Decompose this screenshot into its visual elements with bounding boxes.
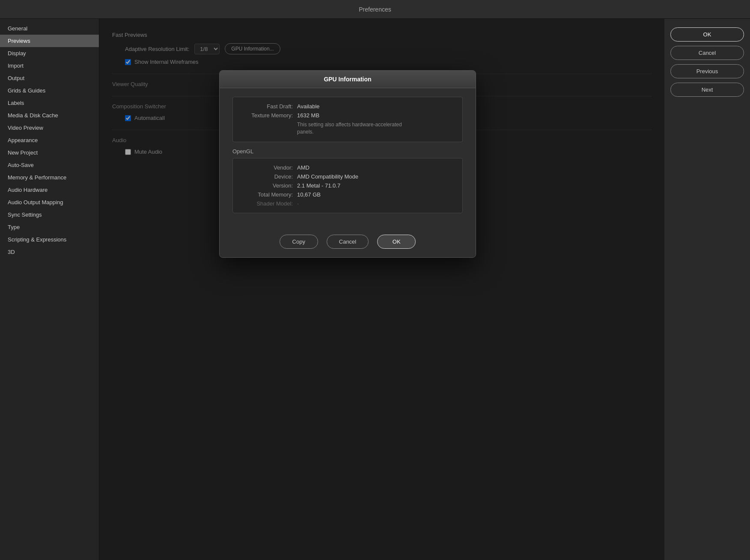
sidebar-item-labels[interactable]: Labels bbox=[0, 97, 99, 109]
cancel-button[interactable]: Cancel bbox=[327, 235, 369, 249]
right-panel: OK Cancel Previous Next bbox=[664, 19, 750, 560]
device-row: Device: AMD Compatibility Mode bbox=[241, 173, 454, 180]
vendor-value: AMD bbox=[297, 164, 310, 171]
texture-memory-row: Texture Memory: 1632 MB bbox=[241, 112, 454, 119]
sidebar-item-audio-hardware[interactable]: Audio Hardware bbox=[0, 184, 99, 196]
total-memory-value: 10,67 GB bbox=[297, 191, 321, 198]
texture-memory-number: 1632 bbox=[297, 112, 310, 119]
sidebar-item-display[interactable]: Display bbox=[0, 47, 99, 60]
content-area: Fast Previews Adaptive Resolution Limit:… bbox=[99, 19, 664, 560]
sidebar-item-3d[interactable]: 3D bbox=[0, 246, 99, 258]
vendor-row: Vendor: AMD bbox=[241, 164, 454, 171]
sidebar-item-previews[interactable]: Previews bbox=[0, 35, 99, 47]
vendor-label: Vendor: bbox=[241, 164, 297, 171]
sidebar-item-output[interactable]: Output bbox=[0, 72, 99, 84]
texture-note-row: This setting also affects hardware-accel… bbox=[241, 121, 454, 136]
sidebar-item-auto-save[interactable]: Auto-Save bbox=[0, 159, 99, 171]
window-title: Preferences bbox=[359, 6, 391, 13]
gpu-dialog-body: Fast Draft: Available Texture Memory: 16… bbox=[220, 88, 476, 228]
texture-memory-unit: MB bbox=[311, 112, 320, 119]
shader-model-row: Shader Model: - bbox=[241, 200, 454, 207]
total-memory-row: Total Memory: 10,67 GB bbox=[241, 191, 454, 198]
opengl-block: Vendor: AMD Device: AMD Compatibility Mo… bbox=[232, 158, 463, 213]
previous-panel-button[interactable]: Previous bbox=[670, 64, 744, 78]
ok-button[interactable]: OK bbox=[377, 235, 416, 249]
sidebar-item-scripting-expressions[interactable]: Scripting & Expressions bbox=[0, 233, 99, 246]
sidebar-item-import[interactable]: Import bbox=[0, 60, 99, 72]
fast-draft-value: Available bbox=[297, 103, 320, 110]
device-value: AMD Compatibility Mode bbox=[297, 173, 358, 180]
next-panel-button[interactable]: Next bbox=[670, 83, 744, 97]
sidebar-item-new-project[interactable]: New Project bbox=[0, 146, 99, 159]
texture-memory-label: Texture Memory: bbox=[241, 112, 297, 119]
sidebar-item-audio-output-mapping[interactable]: Audio Output Mapping bbox=[0, 196, 99, 209]
ok-panel-button[interactable]: OK bbox=[670, 27, 744, 42]
fast-draft-block: Fast Draft: Available Texture Memory: 16… bbox=[232, 97, 463, 142]
gpu-dialog: GPU Information Fast Draft: Available Te… bbox=[219, 70, 476, 258]
sidebar-item-grids-guides[interactable]: Grids & Guides bbox=[0, 84, 99, 97]
total-memory-label: Total Memory: bbox=[241, 191, 297, 198]
opengl-header: OpenGL bbox=[232, 148, 463, 155]
shader-model-label: Shader Model: bbox=[241, 200, 297, 207]
sidebar-item-appearance[interactable]: Appearance bbox=[0, 134, 99, 146]
gpu-dialog-title-bar: GPU Information bbox=[220, 71, 476, 88]
texture-memory-value: 1632 MB bbox=[297, 112, 319, 119]
sidebar-item-video-preview[interactable]: Video Preview bbox=[0, 122, 99, 134]
main-layout: General Previews Display Import Output G… bbox=[0, 19, 750, 560]
texture-note: This setting also affects hardware-accel… bbox=[297, 121, 402, 136]
fast-draft-row: Fast Draft: Available bbox=[241, 103, 454, 110]
gpu-dialog-footer: Copy Cancel OK bbox=[220, 228, 476, 257]
sidebar-item-type[interactable]: Type bbox=[0, 221, 99, 233]
version-row: Version: 2.1 Metal - 71.0.7 bbox=[241, 182, 454, 189]
cancel-panel-button[interactable]: Cancel bbox=[670, 46, 744, 60]
sidebar-item-memory-performance[interactable]: Memory & Performance bbox=[0, 171, 99, 184]
title-bar: Preferences bbox=[0, 0, 750, 19]
shader-model-value: - bbox=[297, 200, 299, 207]
sidebar: General Previews Display Import Output G… bbox=[0, 19, 99, 560]
sidebar-item-media-disk-cache[interactable]: Media & Disk Cache bbox=[0, 109, 99, 122]
copy-button[interactable]: Copy bbox=[280, 235, 318, 249]
version-value: 2.1 Metal - 71.0.7 bbox=[297, 182, 340, 189]
sidebar-item-general[interactable]: General bbox=[0, 22, 99, 35]
version-label: Version: bbox=[241, 182, 297, 189]
device-label: Device: bbox=[241, 173, 297, 180]
sidebar-item-sync-settings[interactable]: Sync Settings bbox=[0, 209, 99, 221]
gpu-dialog-title: GPU Information bbox=[324, 76, 371, 83]
fast-draft-label: Fast Draft: bbox=[241, 103, 297, 110]
